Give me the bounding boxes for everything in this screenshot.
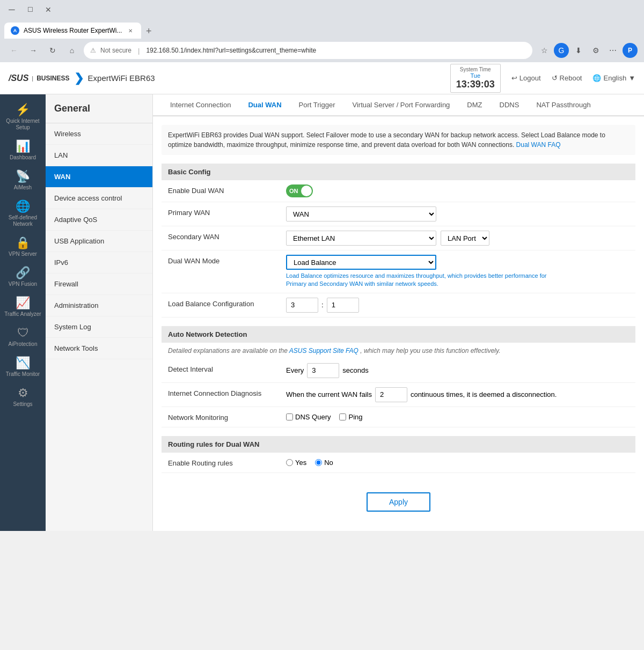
routing-rules-header: Routing rules for Dual WAN	[162, 436, 635, 453]
toggle-on-label: ON	[287, 188, 301, 194]
extensions-icon[interactable]: G	[554, 43, 569, 58]
self-defined-icon: 🌐	[16, 200, 30, 213]
dns-query-checkbox[interactable]	[286, 413, 293, 420]
sidebar-item-traffic-analyzer[interactable]: 📈 Traffic Analyzer	[0, 292, 46, 322]
sidebar-item-dashboard[interactable]: 📊 Dashboard	[0, 135, 46, 165]
chevron-down-icon: ▼	[628, 74, 635, 82]
url-bar[interactable]: ⚠ Not secure | 192.168.50.1/index.html?u…	[84, 42, 532, 59]
language-label: English	[603, 74, 626, 82]
routing-rules-table: Enable Routing rules Yes	[162, 453, 635, 473]
load-balance-config-row: Load Balance Configuration :	[162, 293, 635, 317]
left-nav-ipv6[interactable]: IPv6	[46, 252, 152, 274]
browser-tab[interactable]: A ASUS Wireless Router ExpertWi... ✕	[4, 23, 141, 39]
tabs-bar: Internet Connection Dual WAN Port Trigge…	[153, 94, 644, 116]
system-time-label: System Time	[456, 67, 495, 72]
sidebar-item-settings[interactable]: ⚙ Settings	[0, 382, 46, 412]
ping-checkbox[interactable]	[339, 413, 346, 420]
reboot-button[interactable]: ↺ Reboot	[552, 74, 582, 82]
back-button[interactable]: ←	[6, 43, 21, 58]
language-selector[interactable]: 🌐 English ▼	[592, 74, 635, 82]
reload-button[interactable]: ↻	[45, 43, 60, 58]
tab-close-button[interactable]: ✕	[126, 26, 135, 35]
forward-button[interactable]: →	[26, 43, 41, 58]
window-controls: ─ ☐ ✕	[4, 2, 56, 17]
apply-button[interactable]: Apply	[367, 492, 430, 512]
left-nav-lan[interactable]: LAN	[46, 145, 152, 166]
sidebar: ⚡ Quick Internet Setup 📊 Dashboard 📡 AiM…	[0, 94, 46, 531]
logo-chevron: ❯	[74, 71, 84, 85]
downloads-icon[interactable]: ⬇	[571, 43, 586, 58]
tab-port-trigger[interactable]: Port Trigger	[290, 94, 344, 116]
left-nav-system-log[interactable]: System Log	[46, 316, 152, 338]
close-button[interactable]: ✕	[41, 2, 56, 17]
sidebar-item-aimesh[interactable]: 📡 AiMesh	[0, 165, 46, 195]
left-nav-adaptive-qos[interactable]: Adaptive QoS	[46, 209, 152, 231]
enable-dual-wan-row: Enable Dual WAN ON	[162, 180, 635, 202]
routing-yes-radio[interactable]	[286, 459, 293, 466]
left-nav-wireless[interactable]: Wireless	[46, 123, 152, 145]
quick-internet-icon: ⚡	[16, 103, 30, 117]
routing-no-radio[interactable]	[315, 459, 322, 466]
auto-detect-description: Detailed explanations are available on t…	[162, 343, 635, 359]
ping-checkbox-label[interactable]: Ping	[339, 413, 362, 421]
dns-query-checkbox-label[interactable]: DNS Query	[286, 413, 331, 421]
dual-wan-mode-container: Load Balance Failover Load Balance optim…	[286, 255, 629, 289]
browser-settings-icon[interactable]: ⚙	[588, 43, 603, 58]
dual-wan-mode-desc: Load Balance optimizes resource and maxi…	[286, 272, 554, 289]
enable-dual-wan-toggle[interactable]: ON	[286, 184, 313, 197]
maximize-button[interactable]: ☐	[23, 2, 38, 17]
asus-support-faq-link[interactable]: ASUS Support Site FAQ	[289, 347, 358, 354]
secondary-wan-select[interactable]: Ethernet LAN	[286, 231, 436, 246]
enable-routing-rules-row: Enable Routing rules Yes	[162, 453, 635, 473]
primary-wan-select[interactable]: WAN	[286, 206, 436, 221]
routing-no-label[interactable]: No	[315, 459, 333, 467]
detect-interval-label: Detect Interval	[162, 359, 280, 383]
tab-dual-wan[interactable]: Dual WAN	[239, 94, 290, 116]
sidebar-item-vpn-fusion[interactable]: 🔗 VPN Fusion	[0, 262, 46, 292]
vpn-fusion-icon: 🔗	[16, 266, 30, 280]
bookmark-icon[interactable]: ☆	[537, 43, 552, 58]
new-tab-button[interactable]: +	[141, 24, 156, 39]
dual-wan-mode-value: Load Balance Failover Load Balance optim…	[280, 250, 635, 293]
diagnosis-value-input[interactable]	[375, 387, 407, 402]
lb-config-value1[interactable]	[286, 298, 318, 313]
system-time-box: System Time Tue 13:39:03	[450, 64, 501, 93]
tab-dmz[interactable]: DMZ	[458, 94, 491, 116]
logout-icon: ↩	[511, 74, 517, 82]
left-nav-device-access[interactable]: Device access control	[46, 188, 152, 209]
toggle-knob	[301, 186, 312, 196]
primary-wan-value: WAN	[280, 202, 635, 226]
tab-ddns[interactable]: DDNS	[491, 94, 528, 116]
tab-virtual-server[interactable]: Virtual Server / Port Forwarding	[344, 94, 459, 116]
enable-dual-wan-value: ON	[280, 180, 635, 202]
left-nav-wan[interactable]: WAN	[46, 166, 152, 188]
dual-wan-mode-select[interactable]: Load Balance Failover	[286, 255, 436, 270]
router-model: ExpertWiFi EBR63	[88, 73, 155, 83]
sidebar-item-self-defined[interactable]: 🌐 Self-defined Network	[0, 195, 46, 232]
tab-internet-connection[interactable]: Internet Connection	[162, 94, 239, 116]
sidebar-item-quick-internet[interactable]: ⚡ Quick Internet Setup	[0, 99, 46, 135]
detect-seconds-input[interactable]	[307, 363, 339, 378]
left-nav-administration[interactable]: Administration	[46, 295, 152, 316]
left-nav-firewall[interactable]: Firewall	[46, 274, 152, 295]
lb-config-value2[interactable]	[327, 298, 359, 313]
left-nav-network-tools[interactable]: Network Tools	[46, 338, 152, 359]
logout-button[interactable]: ↩ Logout	[511, 74, 541, 82]
sidebar-item-vpn-server[interactable]: 🔒 VPN Server	[0, 232, 46, 262]
load-balance-config-label: Load Balance Configuration	[162, 293, 280, 317]
lan-port-select[interactable]: LAN Port	[441, 231, 489, 246]
routing-yes-label[interactable]: Yes	[286, 459, 306, 467]
sidebar-item-traffic-monitor[interactable]: 📉 Traffic Monitor	[0, 352, 46, 382]
minimize-button[interactable]: ─	[4, 2, 19, 17]
detect-interval-controls: Every seconds	[286, 363, 629, 378]
browser-window: ─ ☐ ✕ A ASUS Wireless Router ExpertWi...…	[0, 0, 644, 531]
tab-nat-passthrough[interactable]: NAT Passthrough	[528, 94, 599, 116]
more-button[interactable]: ⋯	[605, 43, 620, 58]
home-button[interactable]: ⌂	[64, 43, 79, 58]
profile-button[interactable]: P	[623, 43, 638, 58]
business-label: BUSINESS	[36, 75, 69, 82]
sidebar-item-aiprotection[interactable]: 🛡 AiProtection	[0, 322, 46, 352]
dual-wan-faq-link[interactable]: Dual WAN FAQ	[516, 141, 561, 149]
tab-title: ASUS Wireless Router ExpertWi...	[24, 27, 122, 34]
left-nav-usb-application[interactable]: USB Application	[46, 231, 152, 252]
